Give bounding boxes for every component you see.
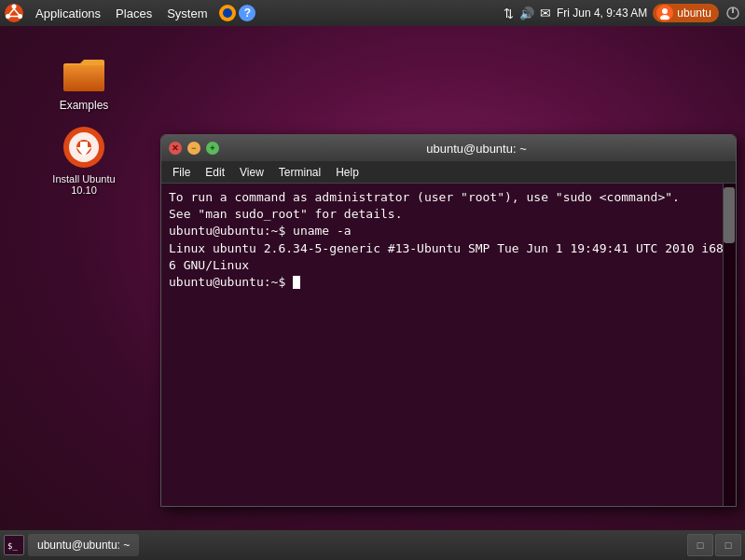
- examples-label: Examples: [60, 99, 109, 112]
- folder-svg: [62, 50, 106, 95]
- taskbar-terminal-icon[interactable]: $_: [4, 535, 24, 555]
- menu-system[interactable]: System: [159, 5, 214, 22]
- menu-places[interactable]: Places: [108, 5, 159, 22]
- menu-view[interactable]: View: [232, 164, 271, 181]
- examples-folder-icon[interactable]: Examples: [47, 47, 121, 116]
- menu-file[interactable]: File: [165, 164, 198, 181]
- menu-terminal[interactable]: Terminal: [271, 164, 328, 181]
- svg-rect-12: [63, 65, 104, 67]
- network-icon[interactable]: ⇅: [504, 7, 514, 20]
- taskbar-terminal-app[interactable]: ubuntu@ubuntu: ~: [28, 534, 139, 556]
- terminal-cursor: [293, 276, 300, 289]
- terminal-body[interactable]: To run a command as administrator (user …: [161, 184, 736, 506]
- user-menu[interactable]: ubuntu: [653, 4, 719, 22]
- svg-point-5: [223, 8, 232, 18]
- terminal-line-1: To run a command as administrator (user …: [169, 189, 717, 206]
- email-icon[interactable]: ✉: [540, 6, 551, 20]
- menu-applications[interactable]: Applications: [28, 5, 108, 22]
- scrollbar-thumb[interactable]: [724, 187, 735, 243]
- installer-svg: [62, 125, 106, 170]
- taskbar-btn-2[interactable]: □: [715, 534, 741, 556]
- help-icon[interactable]: ?: [239, 5, 255, 21]
- terminal-window: ✕ − + ubuntu@ubuntu: ~ File Edit View Te…: [160, 134, 737, 507]
- user-avatar: [656, 5, 673, 21]
- top-panel-left: Applications Places System ?: [4, 3, 255, 23]
- terminal-scrollbar[interactable]: [723, 184, 736, 506]
- taskbar-app-label: ubuntu@ubuntu: ~: [37, 539, 130, 552]
- terminal-line-6: 6 GNU/Linux: [169, 257, 717, 274]
- menu-help[interactable]: Help: [328, 164, 366, 181]
- firefox-icon[interactable]: [218, 4, 237, 22]
- svg-rect-11: [63, 63, 104, 91]
- terminal-titlebar: ✕ − + ubuntu@ubuntu: ~: [161, 135, 736, 161]
- taskbar: $_ ubuntu@ubuntu: ~ □ □: [0, 530, 745, 560]
- terminal-line-2: See "man sudo_root" for details.: [169, 206, 717, 223]
- minimize-button[interactable]: −: [187, 142, 200, 155]
- volume-icon[interactable]: 🔊: [519, 7, 534, 20]
- install-ubuntu-icon[interactable]: Install Ubuntu 10.10: [47, 121, 121, 199]
- terminal-menubar: File Edit View Terminal Help: [161, 161, 736, 184]
- terminal-line-4: ubuntu@ubuntu:~$ uname -a: [169, 223, 717, 239]
- taskbar-btn-1[interactable]: □: [687, 534, 713, 556]
- install-ubuntu-label: Install Ubuntu 10.10: [50, 173, 117, 196]
- top-panel: Applications Places System ? ⇅ 🔊 ✉ Fri J…: [0, 0, 745, 26]
- maximize-button[interactable]: +: [206, 142, 219, 155]
- terminal-line-7: ubuntu@ubuntu:~$: [169, 274, 717, 291]
- close-button[interactable]: ✕: [169, 142, 182, 155]
- power-icon[interactable]: [724, 5, 741, 21]
- terminal-line-5: Linux ubuntu 2.6.34-5-generic #13-Ubuntu…: [169, 240, 717, 257]
- top-panel-right: ⇅ 🔊 ✉ Fri Jun 4, 9:43 AM ubuntu: [504, 4, 741, 22]
- svg-point-7: [660, 15, 669, 20]
- username-label: ubuntu: [677, 7, 711, 20]
- ubuntu-logo-icon[interactable]: [4, 3, 24, 23]
- svg-text:$_: $_: [7, 541, 18, 551]
- menu-edit[interactable]: Edit: [198, 164, 232, 181]
- terminal-title: ubuntu@ubuntu: ~: [225, 142, 728, 156]
- svg-point-1: [12, 5, 17, 9]
- svg-point-6: [662, 8, 668, 14]
- taskbar-right: □ □: [687, 534, 741, 556]
- datetime: Fri Jun 4, 9:43 AM: [557, 7, 647, 20]
